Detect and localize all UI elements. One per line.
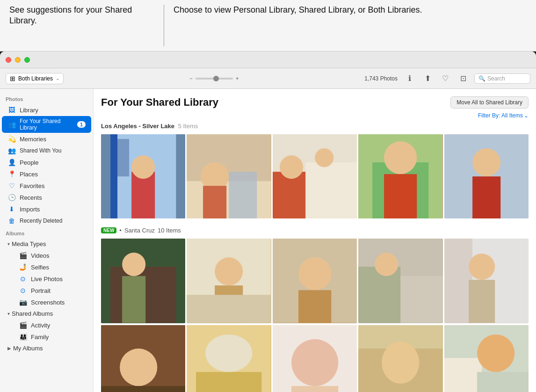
- live-photos-icon: ⊙: [19, 275, 27, 283]
- svg-point-33: [298, 257, 331, 290]
- search-placeholder: Search: [487, 75, 505, 82]
- sidebar-label-memories: Memories: [20, 136, 46, 143]
- photo-cell[interactable]: [358, 134, 442, 218]
- sidebar-label-screenshots: Screenshots: [31, 299, 65, 306]
- photo-cell[interactable]: [273, 134, 357, 218]
- photo-grid-2a: [101, 239, 529, 323]
- svg-point-37: [375, 253, 398, 276]
- svg-point-44: [120, 348, 157, 386]
- sidebar-item-selfies[interactable]: 🤳 Selfies: [13, 261, 91, 273]
- sidebar-label-favorites: Favorites: [20, 182, 44, 189]
- recently-deleted-icon: 🗑: [7, 217, 16, 225]
- sidebar-item-videos[interactable]: 🎬 Videos: [13, 250, 91, 261]
- svg-rect-34: [298, 290, 331, 323]
- section2-count: 10 Items: [158, 227, 181, 234]
- section1-location: Los Angeles - Silver Lake: [101, 123, 174, 130]
- svg-rect-27: [122, 276, 145, 323]
- sidebar-photos-section: Photos: [0, 93, 93, 104]
- filter-row: Filter By: All Items ⌄: [101, 112, 529, 119]
- section2-location: Santa Cruz: [124, 227, 155, 234]
- sidebar-item-shared-with-you[interactable]: 👥 Shared With You: [2, 145, 91, 156]
- places-icon: 📍: [7, 170, 16, 178]
- close-button[interactable]: [6, 57, 11, 63]
- sidebar-label-shared-with-you: Shared With You: [20, 147, 61, 154]
- sidebar-item-family[interactable]: 👨‍👩‍👧 Family: [13, 331, 91, 342]
- my-albums-label: My Albums: [13, 345, 43, 352]
- sidebar-item-places[interactable]: 📍 Places: [2, 168, 91, 180]
- my-albums-toggle[interactable]: ▶ My Albums: [2, 343, 91, 354]
- sidebar-item-activity[interactable]: 🎬 Activity: [13, 319, 91, 331]
- filter-button[interactable]: Filter By: All Items ⌄: [478, 112, 529, 119]
- photo-grid-2b: [101, 325, 529, 392]
- photo-cell[interactable]: [444, 239, 529, 323]
- sidebar-item-recently-deleted[interactable]: 🗑 Recently Deleted: [2, 215, 91, 226]
- media-types-items: 🎬 Videos 🤳 Selfies ⊙ Live Photos ⊙ Portr…: [0, 250, 93, 308]
- photo-cell[interactable]: [273, 239, 357, 323]
- sidebar-item-library[interactable]: 🖼 Library: [2, 104, 91, 116]
- sidebar-label-recents: Recents: [20, 194, 42, 201]
- memories-icon: 💫: [7, 135, 16, 143]
- svg-rect-9: [203, 186, 226, 218]
- search-box[interactable]: 🔍 Search: [474, 73, 530, 84]
- svg-rect-58: [477, 372, 529, 392]
- photo-cell[interactable]: [444, 134, 529, 218]
- svg-rect-14: [305, 162, 357, 218]
- photo-cell[interactable]: [273, 325, 357, 392]
- photo-cell[interactable]: [358, 325, 442, 392]
- zoom-slider[interactable]: [196, 78, 233, 80]
- info-button[interactable]: ℹ: [403, 72, 416, 85]
- app-window: ⊞ Both Libraries ⌄ − + 1,743 Photos ℹ ⬆ …: [0, 51, 536, 392]
- sidebar-badge-for-shared: 1: [77, 121, 86, 128]
- maximize-button[interactable]: [24, 57, 30, 63]
- photo-cell[interactable]: [101, 325, 185, 392]
- photo-cell[interactable]: [101, 134, 185, 218]
- svg-rect-36: [358, 267, 400, 323]
- favorite-button[interactable]: ♡: [439, 72, 452, 85]
- slideshow-button[interactable]: ⊡: [456, 72, 470, 85]
- toolbar: ⊞ Both Libraries ⌄ − + 1,743 Photos ℹ ⬆ …: [0, 68, 536, 89]
- library-selector-label: Both Libraries: [18, 75, 53, 82]
- sidebar-label-imports: Imports: [20, 206, 40, 213]
- media-types-label: Media Types: [12, 240, 46, 247]
- recents-icon: 🕒: [7, 194, 16, 201]
- photo-cell[interactable]: [101, 239, 185, 323]
- move-all-button[interactable]: Move All to Shared Library: [450, 96, 529, 109]
- media-types-toggle[interactable]: ▾ Media Types: [2, 239, 91, 249]
- sidebar-item-for-shared[interactable]: 👥 For Your Shared Library 1: [2, 116, 91, 133]
- photo-cell[interactable]: [444, 325, 529, 392]
- zoom-minus-label[interactable]: −: [189, 75, 193, 82]
- people-icon: 👤: [7, 159, 16, 166]
- library-selector[interactable]: ⊞ Both Libraries ⌄: [6, 73, 64, 84]
- sidebar-label-videos: Videos: [31, 252, 50, 259]
- photo-cell[interactable]: [187, 134, 271, 218]
- svg-point-50: [291, 339, 338, 386]
- shared-albums-toggle[interactable]: ▾ Shared Albums: [2, 308, 91, 319]
- sidebar-item-recents[interactable]: 🕒 Recents: [2, 192, 91, 203]
- sidebar-albums-section: Albums: [0, 227, 93, 238]
- zoom-slider-thumb: [213, 76, 219, 81]
- svg-point-26: [122, 253, 145, 276]
- sidebar-item-favorites[interactable]: ♡ Favorites: [2, 180, 91, 191]
- sidebar-item-memories[interactable]: 💫 Memories: [2, 133, 91, 145]
- share-button[interactable]: ⬆: [421, 72, 434, 85]
- screenshots-icon: 📷: [19, 298, 27, 306]
- svg-rect-31: [187, 295, 271, 323]
- filter-label: Filter By: All Items: [478, 112, 523, 119]
- sidebar-item-people[interactable]: 👤 People: [2, 157, 91, 168]
- sidebar-item-screenshots[interactable]: 📷 Screenshots: [13, 297, 91, 308]
- photo-cell[interactable]: [187, 325, 271, 392]
- svg-rect-19: [384, 174, 417, 218]
- svg-point-18: [384, 141, 417, 174]
- minimize-button[interactable]: [15, 57, 21, 63]
- zoom-plus-label[interactable]: +: [236, 75, 239, 82]
- sidebar-item-live-photos[interactable]: ⊙ Live Photos: [13, 273, 91, 284]
- svg-point-41: [469, 254, 495, 280]
- sidebar-item-portrait[interactable]: ⊙ Portrait: [13, 285, 91, 296]
- filter-chevron-icon: ⌄: [524, 112, 529, 119]
- svg-point-48: [205, 334, 252, 372]
- photo-cell[interactable]: [187, 239, 271, 323]
- photo-grid-1: [101, 134, 529, 218]
- sidebar-label-family: Family: [31, 334, 49, 341]
- photo-cell[interactable]: [358, 239, 442, 323]
- sidebar-item-imports[interactable]: ⬇ Imports: [2, 203, 91, 215]
